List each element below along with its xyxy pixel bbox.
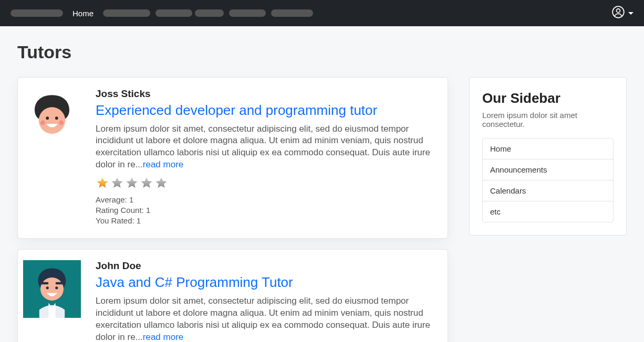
tutor-description: Lorem ipsum dolor sit amet, consectetur … (96, 295, 435, 342)
sidebar-item-home[interactable]: Home (483, 138, 613, 159)
svg-rect-4 (229, 9, 266, 17)
star-icon[interactable] (154, 176, 168, 190)
nav-left: Home (11, 9, 318, 18)
ellipsis: ... (136, 159, 143, 169)
tutor-card: Joss Sticks Experienced developer and pr… (17, 77, 448, 239)
svg-point-13 (59, 121, 64, 125)
sidebar-item-etc[interactable]: etc (483, 201, 613, 222)
svg-point-11 (55, 116, 58, 120)
avatar (23, 88, 81, 227)
read-more-link[interactable]: read more (143, 332, 183, 342)
svg-rect-17 (56, 282, 64, 284)
star-rating[interactable] (96, 176, 435, 190)
svg-point-9 (39, 107, 66, 134)
ellipsis: ... (136, 332, 143, 342)
star-icon[interactable] (125, 176, 139, 190)
nav-home-link[interactable]: Home (68, 9, 98, 18)
top-navbar: Home (0, 0, 644, 26)
avatar (23, 260, 81, 342)
sidebar-list: Home Announcements Calendars etc (482, 138, 614, 222)
svg-point-15 (40, 277, 64, 301)
svg-point-18 (46, 286, 49, 289)
tutor-name: Joss Sticks (96, 88, 435, 100)
rating-average: Average: 1 (96, 195, 435, 204)
tutor-headline[interactable]: Experienced developer and programming tu… (96, 102, 435, 119)
svg-point-12 (40, 121, 45, 125)
read-more-link[interactable]: read more (143, 159, 183, 169)
svg-point-7 (617, 9, 620, 13)
redaction-scribble (103, 9, 318, 17)
rating-you-rated: You Rated: 1 (96, 216, 435, 225)
star-icon[interactable] (96, 176, 109, 190)
sidebar-description: Lorem ipsum dolor sit amet consectetur. (482, 111, 614, 129)
redaction-scribble (11, 9, 63, 17)
tutor-description: Lorem ipsum dolor sit amet, consectetur … (96, 123, 435, 172)
user-circle-icon (611, 5, 625, 21)
sidebar-card: Our Sidebar Lorem ipsum dolor sit amet c… (469, 77, 627, 236)
chevron-down-icon (628, 12, 633, 15)
star-icon[interactable] (140, 176, 153, 190)
svg-point-19 (55, 286, 58, 289)
svg-rect-5 (271, 9, 313, 17)
sidebar-title: Our Sidebar (482, 90, 614, 106)
svg-rect-0 (11, 9, 63, 17)
svg-rect-1 (103, 9, 150, 17)
page-title: Tutors (17, 42, 627, 62)
star-icon[interactable] (110, 176, 124, 190)
tutor-name: John Doe (96, 260, 435, 272)
svg-rect-3 (195, 9, 224, 17)
rating-count: Rating Count: 1 (96, 206, 435, 215)
sidebar-item-announcements[interactable]: Announcements (483, 159, 613, 180)
tutor-card: John Doe Java and C# Programming Tutor L… (17, 249, 448, 342)
svg-rect-16 (40, 282, 48, 284)
svg-rect-2 (155, 9, 192, 17)
sidebar-item-calendars[interactable]: Calendars (483, 180, 613, 201)
tutor-headline[interactable]: Java and C# Programming Tutor (96, 274, 435, 291)
nav-user-menu[interactable] (611, 5, 633, 21)
svg-point-10 (46, 116, 49, 120)
tutors-list: Joss Sticks Experienced developer and pr… (17, 77, 448, 342)
